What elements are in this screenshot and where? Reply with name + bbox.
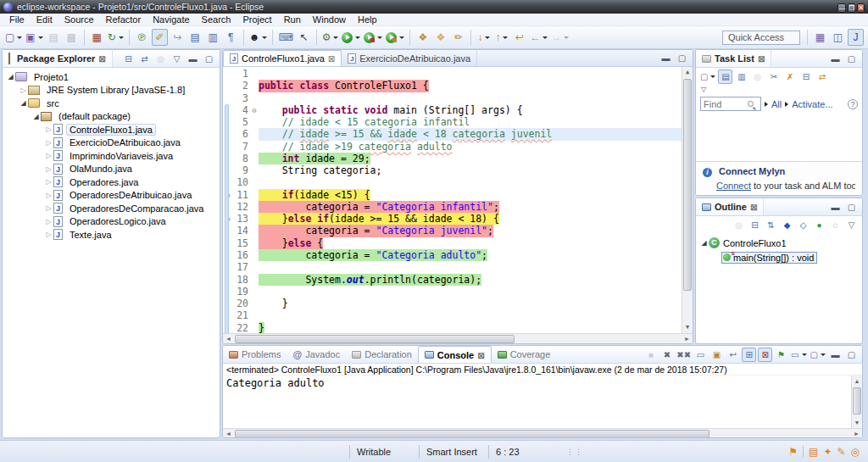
java-perspective-icon[interactable]: J — [848, 29, 864, 46]
dropdown-arrow-icon[interactable] — [710, 75, 715, 78]
hide-non-public-icon[interactable]: ● — [812, 218, 826, 232]
help-icon[interactable]: ? — [848, 99, 858, 109]
hide-completed-icon[interactable]: ✂ — [766, 70, 781, 84]
last-edit-location-icon[interactable]: ↩ — [511, 29, 527, 46]
code-line[interactable]: 22} — [223, 322, 682, 333]
notification-flag-icon[interactable]: ⚑ — [788, 446, 798, 458]
word-wrap-icon[interactable]: ↩ — [726, 348, 740, 362]
refresh-icon[interactable]: ↻ — [107, 29, 125, 46]
dropdown-arrow-icon[interactable] — [542, 36, 548, 39]
code-line[interactable]: 6 // idade >= 15 && idade < 18 categoria… — [223, 128, 682, 140]
console-horizontal-scrollbar[interactable]: ◄ ► — [223, 428, 862, 438]
menu-project[interactable]: Project — [236, 14, 277, 25]
pin-console-icon[interactable]: ⚑ — [774, 348, 788, 362]
save-all-icon[interactable]: ▩ — [64, 29, 80, 46]
display-console-icon[interactable]: ▭ — [790, 348, 807, 362]
book-icon[interactable]: ▤ — [809, 446, 818, 458]
tree-item[interactable]: JRE System Library [JavaSE-1.8] — [3, 84, 220, 97]
close-view-icon[interactable] — [98, 53, 105, 64]
expand-arrow-icon[interactable] — [44, 152, 53, 159]
tree-item[interactable]: JOperadoresLogico.java — [3, 215, 220, 229]
tree-item[interactable]: JOperadoresDeAtribuicao.java — [3, 189, 220, 203]
close-view-icon[interactable] — [758, 53, 765, 64]
tree-item[interactable]: JExercicioDeAtribuicao.java — [3, 136, 220, 150]
expand-arrow-icon[interactable] — [19, 86, 28, 94]
save-icon[interactable]: ▤ — [46, 29, 62, 46]
quick-access-box[interactable]: Quick Access — [722, 31, 800, 45]
pen-icon[interactable]: ✎ — [837, 446, 845, 458]
minimize-view-icon[interactable]: ▬ — [828, 348, 843, 362]
code-line[interactable]: 13 }else if(idade >= 15 && idade < 18) { — [223, 213, 682, 225]
close-window-button[interactable]: ✕ — [857, 3, 865, 13]
maximize-view-icon[interactable]: ▢ — [844, 348, 859, 362]
console-area-tab-console[interactable]: Console — [418, 346, 492, 363]
tree-item[interactable]: JOlaMundo.java — [3, 163, 220, 176]
key-icon[interactable]: ℗ — [134, 29, 150, 46]
code-line[interactable]: 16 categoria = "Categoria adulto"; — [223, 249, 682, 261]
java-ee-perspective-icon[interactable]: ◫ — [830, 29, 846, 46]
close-tab-icon[interactable] — [477, 350, 484, 360]
build-all-icon[interactable]: ▦ — [89, 29, 105, 46]
menu-search[interactable]: Search — [196, 14, 237, 25]
dropdown-arrow-icon[interactable] — [355, 36, 360, 39]
dropdown-arrow-icon[interactable] — [802, 353, 807, 356]
maximize-view-icon[interactable]: ▢ — [844, 200, 859, 214]
collapse-all-icon[interactable]: ⊟ — [748, 218, 762, 232]
selection-cursor-icon[interactable]: ↖ — [296, 29, 312, 46]
open-type-icon[interactable]: ❖ — [415, 29, 431, 46]
dropdown-arrow-icon[interactable] — [399, 36, 404, 39]
target-icon[interactable]: ◎ — [851, 446, 860, 458]
link-with-editor-icon[interactable]: ⇄ — [137, 52, 152, 66]
minimize-view-icon[interactable]: ▬ — [828, 52, 843, 66]
menu-run[interactable]: Run — [278, 14, 307, 25]
connect-link[interactable]: Connect — [716, 181, 751, 191]
all-link[interactable]: All — [771, 99, 782, 109]
code-line[interactable]: 14 categoria = "Categoria juvenil"; — [223, 225, 682, 237]
code-area[interactable]: 12public class ControleFluxo1 {34 public… — [223, 67, 682, 333]
code-line[interactable]: 9 String categoria; — [223, 164, 682, 176]
step-arrow-icon[interactable]: ↪ — [170, 29, 186, 46]
sort-icon[interactable]: ⇅ — [764, 218, 778, 232]
tree-item[interactable]: JControleFluxo1.java — [3, 123, 220, 136]
fold-collapse-icon[interactable] — [250, 104, 259, 116]
hide-static-members-icon[interactable]: ◇ — [796, 218, 810, 232]
collapse-all-icon[interactable]: ⊟ — [121, 52, 136, 66]
console-area-tab-problems[interactable]: Problems — [223, 346, 287, 363]
view-menu-icon[interactable]: ▽ — [844, 218, 859, 232]
tree-item[interactable]: (default package) — [3, 110, 220, 124]
menu-navigate[interactable]: Navigate — [147, 14, 195, 25]
tree-item[interactable]: JOperadores.java — [3, 175, 220, 189]
focus-workweek-icon[interactable]: ◎ — [750, 70, 765, 84]
scheduled-view-icon[interactable]: ▥ — [734, 70, 748, 84]
menu-file[interactable]: File — [3, 14, 31, 25]
editor-horizontal-scrollbar[interactable]: ◄ ► — [223, 333, 693, 344]
dropdown-arrow-icon[interactable] — [377, 36, 382, 39]
new-java-project-icon[interactable]: ▣ — [25, 29, 43, 46]
dropdown-arrow-icon[interactable] — [262, 36, 267, 39]
forward-history-icon[interactable]: → — [550, 29, 570, 46]
minimize-view-icon[interactable]: ▬ — [186, 52, 200, 66]
maximize-view-icon[interactable]: ▢ — [675, 51, 689, 65]
activate-link[interactable]: Activate... — [792, 99, 832, 109]
dropdown-arrow-icon[interactable] — [38, 36, 43, 39]
console-output[interactable]: Categoria adulto — [223, 376, 851, 428]
collapse-arrow-icon[interactable] — [19, 99, 28, 107]
find-input[interactable] — [704, 99, 748, 109]
expand-arrow-icon[interactable] — [44, 192, 53, 199]
new-wizard-icon[interactable]: ▢ — [4, 29, 23, 46]
terminal-icon[interactable]: ⌨ — [277, 29, 293, 46]
view-menu-icon[interactable]: ▽ — [170, 52, 184, 66]
outline-tab[interactable]: Outline — [696, 198, 764, 215]
clear-console-icon[interactable]: ▭ — [693, 348, 708, 362]
external-tools-icon[interactable] — [385, 29, 405, 46]
restore-window-button[interactable]: ❒ — [848, 3, 855, 13]
suspend-icon[interactable]: ▥ — [205, 29, 221, 46]
search-icon[interactable]: ✏ — [450, 29, 466, 46]
dropdown-arrow-icon[interactable] — [333, 36, 338, 39]
code-line[interactable]: 11 if(idade <15) { — [223, 189, 682, 201]
console-area-tab-javadoc[interactable]: @Javadoc — [287, 346, 346, 363]
collapse-arrow-icon[interactable] — [31, 113, 41, 120]
console-area-tab-coverage[interactable]: Coverage — [492, 346, 557, 363]
outline-class-item[interactable]: C ControleFluxo1 — [699, 236, 862, 250]
code-line[interactable]: 5 // idade < 15 categoria infantil — [223, 116, 682, 128]
